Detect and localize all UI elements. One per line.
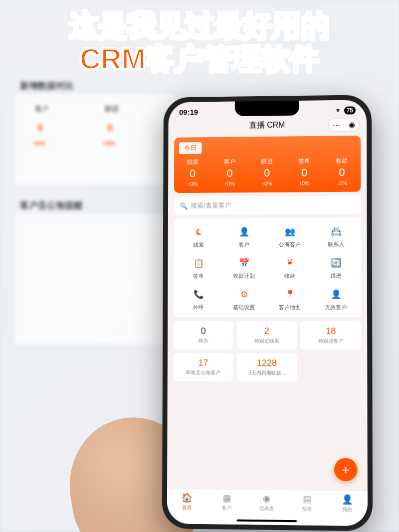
grid-item-线索[interactable]: ℄ 线索 xyxy=(176,224,221,249)
metric-item[interactable]: 线索 0 ↑0% xyxy=(174,158,211,187)
grid-label: 客户 xyxy=(221,241,267,248)
grid-item-客户[interactable]: 👤 客户 xyxy=(221,224,267,248)
grid-label: 基础设置 xyxy=(221,304,267,311)
search-input[interactable]: 🔍 搜索/查重客户 xyxy=(174,196,361,215)
grid-icon: 📋 xyxy=(191,256,206,271)
grid-icon: 📇 xyxy=(328,224,343,239)
grid-icon: ¥ xyxy=(282,255,297,270)
grid-icon: 👤 xyxy=(236,224,251,239)
grid-label: 客户地图 xyxy=(267,304,313,311)
grid-icon: ℄ xyxy=(191,224,206,239)
grid-label: 联系人 xyxy=(313,241,359,248)
metric-label: 客户 xyxy=(211,158,248,166)
grid-item-无效客户[interactable]: 👤 无效客户 xyxy=(313,287,359,311)
stat-label: 待跟进客户 xyxy=(303,338,358,345)
metric-item[interactable]: 签单 0 ↑0% xyxy=(286,157,323,186)
tab-label: 报表 xyxy=(287,506,327,513)
grid-label: 外呼 xyxy=(176,304,221,311)
headline-line2: CRM客户管理软件 xyxy=(0,42,399,76)
grid-item-基础设置[interactable]: ⚙ 基础设置 xyxy=(221,287,267,311)
tab-icon: ▤ xyxy=(287,493,327,505)
metric-value: 0 xyxy=(211,167,248,180)
grid-item-签单[interactable]: 📋 签单 xyxy=(176,256,221,280)
tab-label: 仪表盘 xyxy=(247,505,287,513)
metric-item[interactable]: 收款 0 ↓0% xyxy=(323,157,361,186)
stat-cards: 0 待办2 待跟进线索18 待跟进客户17 即将丢公海客户1228 3天内到期收… xyxy=(174,321,362,382)
status-time: 09:19 xyxy=(179,108,198,116)
bg-val1: 0 xyxy=(37,122,43,134)
grid-label: 线索 xyxy=(176,241,221,249)
stat-card[interactable]: 2 待跟进线索 xyxy=(237,321,297,350)
metric-label: 收款 xyxy=(323,157,361,166)
stat-label: 待办 xyxy=(177,338,230,345)
metric-label: 签单 xyxy=(286,157,323,166)
metric-change: ↑0% xyxy=(174,181,211,187)
grid-icon: 📞 xyxy=(191,287,206,302)
metric-change: ↓0% xyxy=(323,180,361,186)
grid-item-外呼[interactable]: 📞 外呼 xyxy=(176,287,221,311)
tab-icon: 👤 xyxy=(327,494,368,505)
headline-line1: 这是我见过最好用的 xyxy=(0,9,399,42)
close-button[interactable]: ◉ xyxy=(344,120,359,129)
grid-item-收款[interactable]: ¥ 收款 xyxy=(267,255,313,280)
stat-label: 即将丢公海客户 xyxy=(177,369,230,376)
grid-label: 公海客户 xyxy=(267,241,313,248)
stat-card[interactable]: 1228 3天内到期收款... xyxy=(237,353,297,382)
metric-value: 0 xyxy=(174,167,211,180)
metric-change: ↑0% xyxy=(211,180,248,186)
grid-icon: 👤 xyxy=(328,287,343,302)
metric-item[interactable]: 跟进 0 ↑0% xyxy=(248,157,286,186)
grid-icon: 🔄 xyxy=(328,255,343,270)
grid-label: 无效客户 xyxy=(313,304,359,311)
add-fab-button[interactable]: + xyxy=(334,458,358,481)
phone-frame: 09:19 ᯤ 75 直播 CRM ⋯ ◉ 今日 线索 0 ↑0%客户 0 ↑0… xyxy=(162,95,373,531)
grid-item-跟进[interactable]: 🔄 跟进 xyxy=(313,255,359,280)
bg-col2: 跟进 xyxy=(105,105,119,114)
metric-label: 线索 xyxy=(174,158,211,166)
grid-item-联系人[interactable]: 📇 联系人 xyxy=(313,224,359,248)
grid-item-公海客户[interactable]: 👥 公海客户 xyxy=(267,224,313,248)
bg-title-1: 新增数据对比 xyxy=(20,80,74,92)
grid-label: 收款计划 xyxy=(221,272,267,280)
stat-value: 2 xyxy=(240,326,294,337)
stat-value: 18 xyxy=(303,326,358,337)
tab-我的[interactable]: 👤 我的 xyxy=(327,494,368,526)
stat-card[interactable]: 18 待跟进客户 xyxy=(300,321,361,350)
grid-icon: 👥 xyxy=(282,224,297,239)
wifi-icon: ᯤ xyxy=(336,107,342,114)
stat-value: 1228 xyxy=(240,358,294,368)
search-icon: 🔍 xyxy=(180,202,188,209)
tab-首页[interactable]: 🏠 首页 xyxy=(167,492,207,524)
metric-value: 0 xyxy=(286,166,323,179)
grid-label: 跟进 xyxy=(313,272,359,280)
more-button[interactable]: ⋯ xyxy=(329,120,344,129)
tab-icon: 🏠 xyxy=(167,492,207,504)
stat-label: 3天内到期收款... xyxy=(240,369,294,376)
grid-icon: 📅 xyxy=(236,255,251,270)
grid-item-客户地图[interactable]: 📍 客户地图 xyxy=(267,287,313,311)
miniprogram-capsule: ⋯ ◉ xyxy=(328,118,360,132)
metric-value: 0 xyxy=(323,166,361,179)
metric-change: ↑0% xyxy=(248,180,286,186)
stat-value: 17 xyxy=(177,358,230,368)
grid-label: 收款 xyxy=(267,272,313,280)
tab-label: 客户 xyxy=(207,505,247,512)
tab-label: 首页 xyxy=(167,504,207,512)
bg-col1: 客户 xyxy=(35,105,49,114)
stat-card[interactable]: 0 待办 xyxy=(174,321,233,350)
grid-item-收款计划[interactable]: 📅 收款计划 xyxy=(221,255,267,280)
bg-pct1: +0% xyxy=(32,140,45,147)
stat-label: 待跟进线索 xyxy=(240,338,294,345)
tab-icon: ▦ xyxy=(207,493,247,504)
grid-label: 签单 xyxy=(176,272,221,280)
tab-label: 我的 xyxy=(327,506,368,513)
phone-notch xyxy=(235,101,299,116)
battery-level: 75 xyxy=(344,106,356,114)
stat-card[interactable]: 17 即将丢公海客户 xyxy=(174,353,233,381)
today-tag[interactable]: 今日 xyxy=(179,142,201,154)
headline-overlay: 这是我见过最好用的 CRM客户管理软件 xyxy=(0,9,399,75)
today-metrics-card: 今日 线索 0 ↑0%客户 0 ↑0%跟进 0 ↑0%签单 0 ↑0%收款 0 … xyxy=(174,136,361,193)
metric-value: 0 xyxy=(248,167,286,179)
tab-icon: ◉ xyxy=(247,493,287,504)
metric-item[interactable]: 客户 0 ↑0% xyxy=(211,158,248,187)
